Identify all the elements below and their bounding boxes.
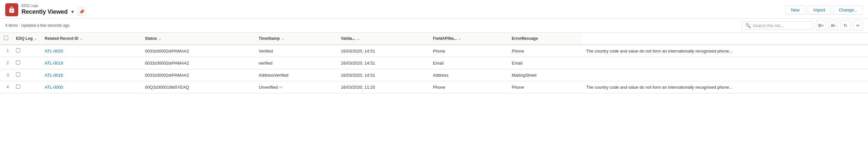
valida: Email <box>429 57 508 69</box>
row-number: 1 <box>0 45 12 57</box>
table-row: 4 ATL-0000 00Q3z000019bi5YEAQ Unverified… <box>0 81 868 93</box>
col-header-status: Status ⌄ <box>141 33 255 45</box>
table-container: EDQ Log ⌄ Related Record ID ⌄ Status <box>0 32 868 166</box>
fieldapina: Phone <box>508 81 582 93</box>
related-record-id: 00Q3z000019bi5YEAQ <box>141 81 255 93</box>
search-box: 🔍 <box>742 21 813 30</box>
sort-icon-status[interactable]: ⌄ <box>158 36 161 41</box>
refresh-icon: ↻ <box>843 23 847 28</box>
sub-header: 4 items · Updated a few seconds ago 🔍 ⚙ … <box>0 19 868 32</box>
timestamp: 16/03/2020, 14:51 <box>337 45 429 57</box>
col-header-related-record-id: Related Record ID ⌄ <box>41 33 141 45</box>
records-table: EDQ Log ⌄ Related Record ID ⌄ Status <box>0 32 868 93</box>
error-message: The country code and value do not form a… <box>582 81 868 93</box>
column-chooser-button[interactable]: ⊞ ▾ <box>828 21 838 30</box>
settings-button[interactable]: ⚙ ▾ <box>816 21 826 30</box>
error-message: The country code and value do not form a… <box>582 45 868 57</box>
row-number: 3 <box>0 69 12 81</box>
new-button[interactable]: New <box>785 5 805 15</box>
select-all-checkbox[interactable] <box>4 36 8 40</box>
app-name: EDQ Logs <box>22 4 86 7</box>
settings-chevron-icon: ▾ <box>822 24 824 27</box>
col-header-edq-log: EDQ Log ⌄ <box>12 33 41 45</box>
error-message <box>582 69 868 81</box>
refresh-button[interactable]: ↻ <box>841 21 850 30</box>
header-checkbox-cell <box>0 33 12 45</box>
col-header-timestamp: TimeStamp ⌄ <box>255 33 337 45</box>
item-count: 4 items <box>5 23 18 28</box>
row-checkbox[interactable] <box>16 60 20 64</box>
sort-icon-fieldapina[interactable]: ⌄ <box>458 36 461 41</box>
valida: Phone <box>429 81 508 93</box>
sort-icon-edq-log[interactable]: ⌄ <box>34 36 37 41</box>
edit-columns-button[interactable]: ✏ <box>853 21 863 30</box>
col-header-fieldapina: FieldAPINa... ⌄ <box>429 33 508 45</box>
page-title-row: Recently Viewed ▼ 📌 <box>22 7 86 16</box>
status: Verified <box>255 45 337 57</box>
columns-chevron-icon: ▾ <box>834 24 836 27</box>
columns-icon: ⊞ <box>831 23 834 28</box>
row-checkbox-cell <box>12 69 41 81</box>
row-checkbox[interactable] <box>16 73 20 77</box>
fieldapina: Phone <box>508 45 582 57</box>
error-message <box>582 57 868 69</box>
status: verified <box>255 57 337 69</box>
sub-header-right: 🔍 ⚙ ▾ ⊞ ▾ ↻ ✏ <box>742 21 863 30</box>
row-checkbox[interactable] <box>16 48 20 53</box>
app-icon <box>5 3 18 16</box>
table-header: EDQ Log ⌄ Related Record ID ⌄ Status <box>0 33 868 45</box>
timestamp: 16/03/2020, 11:20 <box>337 81 429 93</box>
lock-icon <box>8 6 15 13</box>
title-block: EDQ Logs Recently Viewed ▼ 📌 <box>22 4 86 16</box>
search-icon: 🔍 <box>745 23 751 28</box>
timestamp: 16/03/2020, 14:51 <box>337 69 429 81</box>
separator: · <box>19 23 21 28</box>
pencil-icon: ✏ <box>856 23 860 28</box>
table-row: 3 ATL-0018 0033z00002drPAMAA2 AddressVer… <box>0 69 868 81</box>
related-record-id: 0033z00002drPAMAA2 <box>141 69 255 81</box>
status: Unverified✏ <box>255 81 337 93</box>
item-count-status: 4 items · Updated a few seconds ago <box>5 23 69 28</box>
valida: Phone <box>429 45 508 57</box>
header-left: EDQ Logs Recently Viewed ▼ 📌 <box>5 3 86 16</box>
search-input[interactable] <box>753 23 805 28</box>
row-number: 2 <box>0 57 12 69</box>
col-header-valida: Valida... ⌄ <box>337 33 429 45</box>
table-body: 1 ATL-0020 0033z00002drPAMAA2 Verified 1… <box>0 45 868 93</box>
table-row: 2 ATL-0019 0033z00002drPAMAA2 verified 1… <box>0 57 868 69</box>
status: AddressVerified <box>255 69 337 81</box>
updated-time: Updated a few seconds ago <box>21 23 70 28</box>
change-button[interactable]: Change... <box>834 5 863 15</box>
app-container: EDQ Logs Recently Viewed ▼ 📌 New Import … <box>0 0 868 166</box>
row-checkbox-cell <box>12 81 41 93</box>
col-header-error-message: ErrorMessage <box>508 33 582 45</box>
sort-icon-timestamp[interactable]: ⌄ <box>281 36 284 41</box>
related-record-id: 0033z00002drPAMAA2 <box>141 45 255 57</box>
row-checkbox[interactable] <box>16 84 20 89</box>
edit-status-icon[interactable]: ✏ <box>279 85 282 90</box>
gear-icon: ⚙ <box>818 23 822 28</box>
import-button[interactable]: Import <box>808 5 831 15</box>
sort-icon-valida[interactable]: ⌄ <box>357 36 360 41</box>
edq-log-link[interactable]: ATL-0019 <box>41 57 141 69</box>
page-title: Recently Viewed <box>22 8 68 15</box>
edq-log-link[interactable]: ATL-0020 <box>41 45 141 57</box>
row-checkbox-cell <box>12 57 41 69</box>
header-right: New Import Change... <box>785 5 863 15</box>
timestamp: 16/03/2020, 14:51 <box>337 57 429 69</box>
pin-button[interactable]: 📌 <box>78 7 86 16</box>
row-number: 4 <box>0 81 12 93</box>
table-row: 1 ATL-0020 0033z00002drPAMAA2 Verified 1… <box>0 45 868 57</box>
row-checkbox-cell <box>12 45 41 57</box>
edq-log-link[interactable]: ATL-0018 <box>41 69 141 81</box>
fieldapina: Email <box>508 57 582 69</box>
edq-log-link[interactable]: ATL-0000 <box>41 81 141 93</box>
sort-icon-related-record-id[interactable]: ⌄ <box>80 36 83 41</box>
related-record-id: 0033z00002drPAMAA2 <box>141 57 255 69</box>
header: EDQ Logs Recently Viewed ▼ 📌 New Import … <box>0 0 868 19</box>
dropdown-chevron-icon[interactable]: ▼ <box>70 9 75 15</box>
fieldapina: MailingStreet <box>508 69 582 81</box>
valida: Address <box>429 69 508 81</box>
